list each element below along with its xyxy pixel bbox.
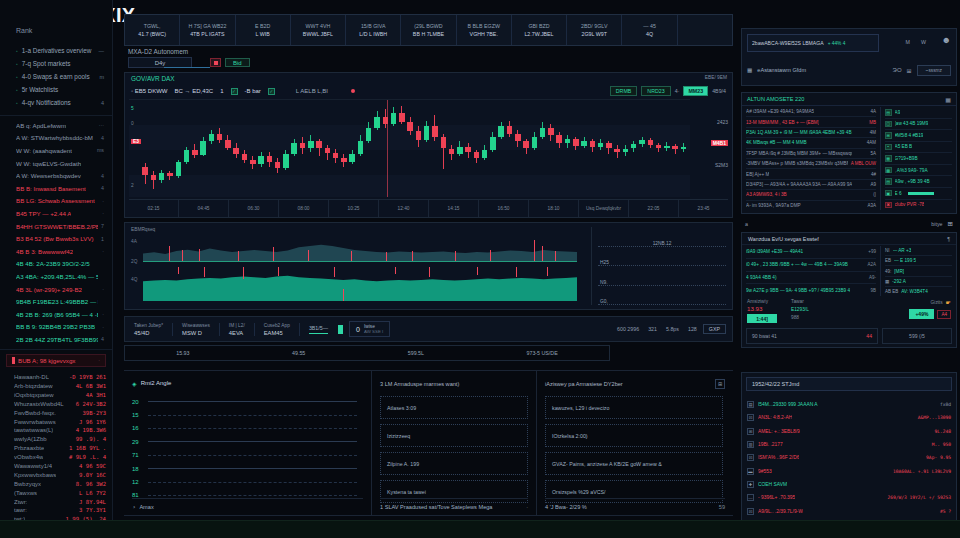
form-field[interactable]: Zilpine A. 199: [380, 452, 528, 475]
advisory-field[interactable]: IOtzkelsa 2:00): [545, 424, 723, 447]
sidebar-nav-item[interactable]: ◦ 4-qv Notifications 4: [16, 96, 104, 109]
indicator-check-icon2[interactable]: ✓: [268, 88, 275, 95]
trade-row[interactable]: — - 9396L+ .70.395 269/W/3 19Y2/L +/ 592…: [747, 491, 951, 504]
mini-row[interactable]: ✖ clubv PVR -78: [885, 200, 952, 211]
watchlist-row[interactable]: (Tawxws L L6 7Y2: [14, 488, 106, 497]
ladder-row[interactable]: 15: [132, 408, 363, 421]
trade-row[interactable]: ▥ 19Bi. .2177 M.. 950: [747, 438, 951, 451]
order-row[interactable]: 13-M MBM/MM , 43 EB + — (EBM) MB: [746, 117, 876, 127]
trade-row[interactable]: ▬ 9#553 10A60AL. +.91 L39L2V9: [747, 465, 951, 478]
connect-button[interactable]: ~sssmz: [917, 65, 951, 76]
position-row[interactable]: 9w A27E p 9BB — 9A- 4 9BB +9? / 49B95 23…: [746, 284, 876, 296]
toolbar-item[interactable]: ◦ EB5 DKWW: [131, 88, 167, 94]
advisory-field[interactable]: GVAZ- Paims, anzizese A KB/2E goW amew &: [545, 452, 723, 475]
sidebar-nav-item[interactable]: ◦ 5r Watchlists: [16, 83, 104, 96]
indicators-button[interactable]: NRD23: [641, 86, 670, 96]
order-row[interactable]: A- im 9393A , 9A97a DMP A3A: [746, 201, 876, 210]
sell-button[interactable]: +49%: [909, 309, 934, 319]
watchlist-row[interactable]: Arb-btqzdatew 4L 6B 3W1: [14, 382, 106, 391]
form-field[interactable]: Atlases 3:09: [380, 396, 528, 419]
order-row[interactable]: 7F5P MBA i9q # J3MBq MBM 39M+ — MBssqswq…: [746, 149, 876, 159]
watchlist-row[interactable]: Prbzaaxbte 1 16B 9YL .: [14, 444, 106, 453]
mini-row[interactable]: ▤ A9w , +9B 39 4B: [885, 176, 952, 188]
position-row[interactable]: i0 49+ , 23 3BB /9BB + — 4w — 49B 4 — 39…: [746, 259, 876, 272]
order-row[interactable]: A3 A9MW93, 4 i 3B (|: [746, 190, 876, 200]
market-row[interactable]: 4B 4B: 2A-23B9 39O/2-2/5: [16, 258, 104, 271]
mode-m-icon[interactable]: M: [906, 39, 910, 45]
zoom-label[interactable]: 4·: [675, 88, 680, 94]
mini-row[interactable]: ▤ A9: [885, 107, 952, 119]
toolbar-item[interactable]: BC → ED,43C: [174, 88, 213, 94]
market-row[interactable]: 4B 3L (wr-299)+ 249-B2 ·: [16, 283, 104, 296]
market-row[interactable]: A W: STWartwhybbsddc-bM 4: [16, 132, 104, 145]
watchlist-row[interactable]: Ztwr: J 8Y.94L: [14, 497, 106, 506]
interval-chip[interactable]: MM23: [683, 86, 708, 96]
sidebar-nav-item[interactable]: ◦ 7-q Spot markets: [16, 57, 104, 70]
quick-value[interactable]: 15.93: [176, 350, 189, 356]
bar-interval-label[interactable]: -B bar: [245, 88, 261, 94]
grid-icon-2[interactable]: ▦: [945, 96, 951, 103]
trade-row[interactable]: ▤ I54M...29330 999 JAAAN A fx0d: [747, 398, 951, 411]
watchlist-row[interactable]: Hawaanh-DL -D 19YB 261: [14, 373, 106, 382]
ladder-row[interactable]: 18: [132, 462, 363, 475]
watchlist-row[interactable]: Wawawwty1/4 4 96 59C: [14, 462, 106, 471]
toolbar-item[interactable]: 1: [220, 88, 223, 94]
mode-w-icon[interactable]: W: [921, 39, 926, 45]
mini-row[interactable]: ▩ , A%3 9A9- 79A: [885, 165, 952, 177]
ladder-row[interactable]: 16: [132, 422, 363, 435]
quick-value[interactable]: 49.55: [292, 350, 305, 356]
position-row[interactable]: 4 93A4 4BB 4) A9-: [746, 272, 876, 285]
expand-icon[interactable]: ⊞: [715, 379, 725, 389]
grid-icon[interactable]: ▦: [747, 67, 752, 73]
order-row[interactable]: -3MBV MBAss+ p MMB s3MBdq 23MBslv q3MBM …: [746, 159, 876, 169]
order-row[interactable]: P3Ai 1Q AM-39 + i9 M — MM i9A9A 4EBM +39…: [746, 128, 876, 138]
market-row[interactable]: W W: tqwELVS-Gwdath: [16, 157, 104, 170]
sidebar-nav-item[interactable]: ◦ 4-0 Swaps & earn pools m: [16, 70, 104, 83]
watchlist-row[interactable]: iOqxbtqxpatew 4A 3H1: [14, 390, 106, 399]
order-row[interactable]: 4K MBwqs #B — MM 4 MMB 4AM: [746, 138, 876, 148]
market-row[interactable]: 4B B 3: Bwwwwwf42 ·: [16, 245, 104, 258]
market-row[interactable]: A3 4BA: +209.4B,25L.4% — 52B9L.B64: [16, 270, 104, 283]
zero-orders-box[interactable]: 0 Iwise AW SSE I: [349, 321, 390, 337]
trade-row[interactable]: ⊡ A9/9L.. .2/39.7L/9-W #5 ?: [747, 505, 951, 518]
watchlist-row[interactable]: tawtwtwwas(L) 4 19B.3W6: [14, 426, 106, 435]
mini-row[interactable]: ◫ [aw 43 4B 19M9: [885, 119, 952, 131]
panel-icon[interactable]: ⊞: [948, 220, 953, 228]
watchlist-row[interactable]: FwvBwbd-fwqx. 39B-2Y3: [14, 408, 106, 417]
watchlist-row[interactable]: tawr: 3 7Y.3Y1: [14, 506, 106, 515]
watchlist-row[interactable]: WhuzastxWwbd4L 6 24V-3B2: [14, 399, 106, 408]
mini-row[interactable]: ▣ E 6: [885, 188, 952, 200]
candlestick-plot[interactable]: 50E32: [129, 99, 690, 197]
mini-row[interactable]: ▪ A5 EB B: [885, 142, 952, 154]
position-row[interactable]: i9A9 i39AM +E39 — 49A41 +99: [746, 246, 876, 259]
wallet-address-box[interactable]: 2bawABCA-W9El52S LBMAGA + 44% 4: [747, 34, 879, 52]
advisory-field[interactable]: kawuzes, L29 i devecizo: [545, 396, 723, 419]
mini-row[interactable]: ▦ G?19+B9B: [885, 153, 952, 165]
market-row[interactable]: 4B 2B B: 269 (B6 95B4 — 4 -B4B ·: [16, 308, 104, 321]
trade-row[interactable]: ⊡ AN3L: 4:8.2-AH A&MP...13090: [747, 411, 951, 424]
market-row[interactable]: BB B: Inwassd Basement 4: [16, 182, 104, 195]
market-row[interactable]: A W: Wewserbsbqwdev 4: [16, 169, 104, 182]
active-subtab[interactable]: 3B1/5—: [309, 325, 328, 334]
sell-marker-icon[interactable]: [210, 58, 221, 67]
cancel-chip[interactable]: A4: [937, 310, 951, 319]
quick-value[interactable]: 973-5 US/DE: [526, 350, 557, 356]
order-row[interactable]: D3/4P3] — A93/4A + 9AAAA3A 93A — A9A A99…: [746, 180, 876, 190]
ladder-row[interactable]: 20: [132, 395, 363, 408]
chart-style-button[interactable]: DRMB: [610, 86, 638, 96]
market-row[interactable]: W W: (aaahqwadent ms: [16, 144, 104, 157]
balance-box[interactable]: 90 bwat 41 44: [746, 328, 878, 344]
buy-button[interactable]: 1:44]: [747, 314, 777, 323]
watchlist-row[interactable]: Fwwvrwbatwws J 96 1Y6: [14, 417, 106, 426]
trade-row[interactable]: ✚ COEH SAVM: [747, 478, 951, 491]
ladder-row[interactable]: 71: [132, 449, 363, 462]
market-row[interactable]: B4HH GTSWWET/BBEB.2/PB 7: [16, 220, 104, 233]
form-field[interactable]: Izizizzeeq: [380, 424, 528, 447]
order-row[interactable]: A# i39AM +E39 49A41; 9A9MA5 4A: [746, 107, 876, 117]
market-row[interactable]: BB B 9: 92BB4B 29B2 PB3B ·: [16, 321, 104, 334]
trade-row[interactable]: ⊞ AMEL: +.: 3EBL8/9 9L.248: [747, 425, 951, 438]
indicator-check-icon[interactable]: ✓: [231, 88, 238, 95]
liquidation-alert[interactable]: BUB A; 98 kjgevvxgx ·: [6, 354, 106, 367]
mini-row[interactable]: ⊞ #M5i8 4 #B19: [885, 130, 952, 142]
volume-plot[interactable]: EBMRqseq 4A2Q4Q: [129, 227, 579, 303]
